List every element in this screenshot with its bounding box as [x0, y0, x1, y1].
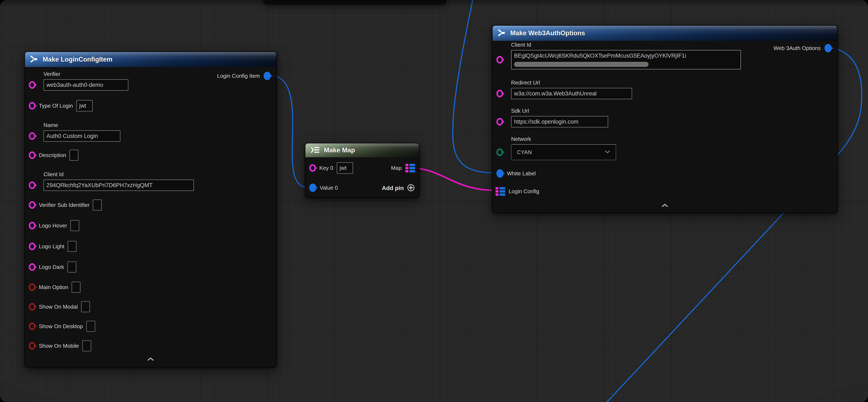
bool-pin[interactable]: [29, 342, 35, 350]
map-output-pin[interactable]: [405, 164, 415, 172]
node-make-loginconfigitem[interactable]: Make LoginConfigItem Login Config Item V…: [25, 52, 277, 367]
string-pin[interactable]: [29, 151, 35, 159]
node-header[interactable]: Make Web3AuthOptions: [493, 26, 837, 41]
horizontal-scrollbar[interactable]: [514, 62, 649, 67]
input-field-logo-hover: Logo Hover: [29, 220, 79, 232]
pin-label: Sdk Url: [511, 108, 608, 114]
client-id-input[interactable]: BEglQSgt4cUWcj6SKRdu5QkOXTsePmMcusG5EAoy…: [511, 50, 741, 69]
pin-label: Verifier Sub Identifier: [39, 202, 90, 208]
logo-hover-input[interactable]: [70, 220, 79, 231]
pin-label: Show On Modal: [39, 304, 78, 310]
string-pin[interactable]: [29, 132, 35, 140]
pin-label: Name: [43, 122, 120, 128]
bool-pin[interactable]: [29, 322, 35, 330]
output-pin-label: Login Config Item: [217, 73, 260, 79]
sdk-url-input[interactable]: https://sdk.openlogin.com: [511, 116, 608, 127]
bool-pin[interactable]: [29, 303, 35, 311]
pin-label: Main Option: [39, 284, 68, 291]
type-of-login-input[interactable]: jwt: [76, 100, 93, 111]
network-dropdown[interactable]: CYAN: [511, 144, 616, 160]
wire-top-to-white-label[interactable]: [453, 0, 494, 173]
white-label-pin[interactable]: [496, 169, 503, 178]
output-pin-label: Map: [391, 165, 402, 171]
input-field-key0: Key 0 jwt: [309, 162, 353, 174]
input-field-show-on-desktop: Show On Desktop: [29, 320, 95, 333]
verifier-input[interactable]: web3auth-auth0-demo: [43, 79, 128, 91]
node-header[interactable]: Make LoginConfigItem: [25, 52, 276, 67]
input-field-verifier-sub-identifier: Verifier Sub Identifier: [29, 199, 102, 211]
client-id-input[interactable]: 294QRkchfq2YaXUbPri7D6PH7xzHgQMT: [43, 179, 194, 191]
network-selected-value: CYAN: [517, 149, 532, 155]
blueprint-graph-canvas[interactable]: Make LoginConfigItem Login Config Item V…: [0, 0, 868, 402]
offscreen-node-bottom[interactable]: [263, 0, 446, 4]
add-pin-icon: [407, 183, 415, 193]
input-field-type-of-login: Type Of Login jwt: [29, 100, 93, 112]
pin-label: Redirect Url: [511, 80, 632, 86]
wire-map-to-login-config[interactable]: [414, 168, 494, 190]
value0-pin[interactable]: [309, 183, 316, 192]
collapse-node-button[interactable]: [661, 203, 669, 208]
show-on-modal-checkbox[interactable]: [81, 301, 90, 312]
pin-label: Description: [39, 152, 66, 159]
pin-label: Key 0: [319, 165, 333, 171]
show-on-desktop-checkbox[interactable]: [86, 321, 95, 332]
input-field-logo-dark: Logo Dark: [29, 261, 76, 273]
node-make-web3authoptions[interactable]: Make Web3AuthOptions Web 3Auth Options C…: [492, 25, 838, 213]
string-pin[interactable]: [29, 242, 35, 250]
add-pin-button[interactable]: Add pin: [382, 182, 415, 194]
input-field-name: Name Auth0 Custom Login: [29, 122, 120, 142]
make-map-icon: [310, 146, 320, 154]
string-pin[interactable]: [496, 56, 503, 63]
string-pin[interactable]: [496, 118, 503, 125]
redirect-url-input[interactable]: w3a://com.w3a.Web3AuthUnreal: [511, 88, 632, 99]
pin-label: Type Of Login: [39, 103, 73, 109]
input-field-logo-light: Logo Light: [29, 240, 76, 253]
pin-label: Network: [511, 136, 616, 142]
input-field-show-on-modal: Show On Modal: [29, 301, 90, 313]
string-pin[interactable]: [309, 164, 316, 172]
pin-label: White Label: [507, 170, 536, 177]
string-pin[interactable]: [29, 102, 35, 110]
login-config-item-output-pin[interactable]: [264, 72, 271, 80]
pin-label: Value 0: [320, 184, 338, 191]
verifier-sub-identifier-input[interactable]: [93, 200, 102, 210]
description-input[interactable]: [69, 150, 79, 161]
collapse-node-button[interactable]: [147, 356, 155, 362]
input-field-network: Network CYAN: [496, 136, 616, 160]
key0-input[interactable]: jwt: [337, 162, 353, 174]
add-pin-label: Add pin: [382, 185, 404, 192]
node-header[interactable]: Make Map: [305, 143, 419, 157]
node-title: Make Map: [324, 147, 355, 154]
input-field-white-label: White Label: [496, 167, 536, 179]
output-row: Login Config Item: [217, 70, 271, 82]
pin-label: Client Id: [43, 171, 194, 178]
enum-pin[interactable]: [496, 148, 503, 156]
string-pin[interactable]: [496, 90, 503, 97]
node-title: Make Web3AuthOptions: [510, 29, 585, 37]
pin-label: Login Config: [508, 188, 539, 195]
string-pin[interactable]: [29, 181, 35, 189]
pin-label: Client Id: [511, 41, 741, 48]
pin-label: Verifier: [43, 71, 128, 77]
input-field-verifier: Verifier web3auth-auth0-demo: [29, 71, 128, 91]
output-pin-label: Web 3Auth Options: [773, 45, 821, 52]
string-pin[interactable]: [29, 222, 35, 229]
output-row: Map: [391, 162, 415, 174]
string-pin[interactable]: [29, 81, 35, 89]
node-make-map[interactable]: Make Map Key 0 jwt Map Value 0 Add pin: [305, 143, 419, 198]
pin-label: Logo Hover: [39, 223, 67, 229]
logo-light-input[interactable]: [68, 241, 76, 252]
input-field-description: Description: [29, 149, 79, 161]
input-field-main-option: Main Option: [29, 281, 81, 293]
pin-label: Show On Desktop: [39, 323, 83, 330]
bool-pin[interactable]: [29, 283, 35, 291]
login-config-map-pin[interactable]: [496, 187, 505, 196]
name-input[interactable]: Auth0 Custom Login: [43, 131, 120, 142]
web3auth-options-output-pin[interactable]: [825, 44, 832, 52]
show-on-mobile-checkbox[interactable]: [82, 340, 91, 351]
logo-dark-input[interactable]: [67, 262, 76, 272]
string-pin[interactable]: [29, 263, 35, 271]
string-pin[interactable]: [29, 201, 35, 209]
main-option-checkbox[interactable]: [72, 282, 81, 293]
input-field-redirect-url: Redirect Url w3a://com.w3a.Web3AuthUnrea…: [496, 80, 632, 99]
